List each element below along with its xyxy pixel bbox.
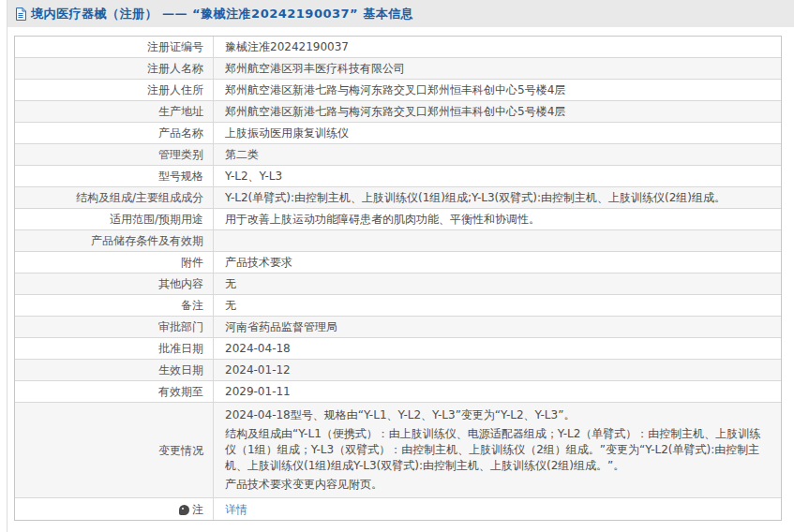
field-label: 变更情况	[15, 403, 214, 497]
field-value: 河南省药品监督管理局	[214, 318, 781, 336]
table-row: 附件产品技术要求	[15, 252, 781, 273]
table-row: 注册证编号豫械注准20242190037	[15, 37, 781, 58]
field-label: 注册人住所	[15, 80, 214, 100]
table-row: 型号规格Y-L2、Y-L3	[15, 166, 781, 187]
table-row: 注册人住所郑州航空港区新港七路与梅河东路交叉口郑州恒丰科创中心5号楼4层	[15, 80, 781, 101]
field-label: 备注	[15, 295, 214, 316]
page-title: 境内医疗器械（注册） —— “豫械注准20242190037” 基本信息	[31, 6, 413, 22]
field-label: 产品储存条件及有效期	[15, 230, 214, 251]
table-row: 产品储存条件及有效期	[15, 230, 781, 252]
table-row: 管理类别第二类	[15, 144, 781, 166]
change-paragraph: 产品技术要求变更内容见附页。	[225, 477, 772, 493]
note-icon	[179, 505, 189, 515]
table-row-note: 注 详情	[15, 498, 781, 520]
table-row: 批准日期2024-04-18	[15, 338, 781, 360]
field-label: 注册证编号	[15, 37, 214, 57]
registration-info-table: 注册证编号豫械注准20242190037注册人名称郑州航空港区羽丰医疗科技有限公…	[14, 36, 782, 521]
table-row-change-status: 变更情况 2024-04-18型号、规格由“Y-L1、Y-L2、Y-L3”变更为…	[15, 403, 781, 498]
field-label: 批准日期	[15, 338, 214, 359]
change-paragraph: 2024-04-18型号、规格由“Y-L1、Y-L2、Y-L3”变更为“Y-L2…	[225, 407, 772, 423]
field-label: 适用范围/预期用途	[15, 209, 214, 229]
field-value: 2024-04-18型号、规格由“Y-L1、Y-L2、Y-L3”变更为“Y-L2…	[214, 403, 781, 497]
table-row: 有效期至2029-01-11	[15, 381, 781, 403]
table-row: 产品名称上肢振动医用康复训练仪	[15, 123, 781, 144]
field-value: Y-L2(单臂式):由控制主机、上肢训练仪(1组)组成;Y-L3(双臂式):由控…	[214, 188, 781, 207]
field-label: 注册人名称	[15, 58, 214, 79]
table-row: 备注无	[15, 295, 781, 317]
field-value: 2024-01-12	[214, 361, 781, 379]
table-row: 审批部门河南省药品监督管理局	[15, 317, 781, 338]
content-panel: 境内医疗器械（注册） —— “豫械注准20242190037” 基本信息 注册证…	[7, 0, 794, 532]
field-value: 2029-01-11	[214, 382, 781, 401]
detail-link[interactable]: 详情	[225, 503, 247, 516]
field-value: 无	[214, 274, 781, 293]
table-row: 生产地址郑州航空港区新港七路与梅河东路交叉口郑州恒丰科创中心5号楼4层	[15, 101, 781, 123]
table-row: 其他内容无	[15, 273, 781, 295]
table-row: 结构及组成/主要组成成分Y-L2(单臂式):由控制主机、上肢训练仪(1组)组成;…	[15, 187, 781, 209]
field-label: 有效期至	[15, 381, 214, 402]
field-label: 其他内容	[15, 273, 214, 294]
field-value: 用于改善上肢运动功能障碍患者的肌肉功能、平衡性和协调性。	[214, 210, 781, 229]
field-label: 产品名称	[15, 123, 214, 143]
field-label: 结构及组成/主要组成成分	[15, 187, 214, 208]
field-value: 豫械注准20242190037	[214, 37, 781, 56]
field-value: 郑州航空港区新港七路与梅河东路交叉口郑州恒丰科创中心5号楼4层	[214, 81, 781, 99]
field-value: 郑州航空港区新港七路与梅河东路交叉口郑州恒丰科创中心5号楼4层	[214, 102, 781, 121]
field-label: 附件	[15, 252, 214, 273]
field-value: 上肢振动医用康复训练仪	[214, 124, 781, 142]
field-value: 郑州航空港区羽丰医疗科技有限公司	[214, 59, 781, 78]
field-label: 管理类别	[15, 144, 214, 165]
table-row: 适用范围/预期用途用于改善上肢运动功能障碍患者的肌肉功能、平衡性和协调性。	[15, 209, 781, 230]
document-icon	[15, 7, 26, 21]
field-label: 生产地址	[15, 101, 214, 122]
field-label: 审批部门	[15, 317, 214, 337]
field-value: 详情	[214, 500, 781, 519]
field-label: 注	[15, 498, 214, 520]
table-row: 生效日期2024-01-12	[15, 360, 781, 381]
change-paragraph: 结构及组成由“Y-L1（便携式）：由上肢训练仪、电源适配器组成；Y-L2（单臂式…	[225, 426, 772, 474]
field-value: Y-L2、Y-L3	[214, 167, 781, 185]
field-label: 型号规格	[15, 166, 214, 186]
field-value	[214, 239, 781, 243]
field-value: 产品技术要求	[214, 253, 781, 272]
page-header: 境内医疗器械（注册） —— “豫械注准20242190037” 基本信息	[7, 0, 794, 27]
field-value: 2024-04-18	[214, 339, 781, 358]
field-label: 生效日期	[15, 360, 214, 380]
table-row: 注册人名称郑州航空港区羽丰医疗科技有限公司	[15, 58, 781, 80]
field-value: 第二类	[214, 145, 781, 164]
note-label: 注	[192, 502, 203, 517]
field-value: 无	[214, 296, 781, 315]
